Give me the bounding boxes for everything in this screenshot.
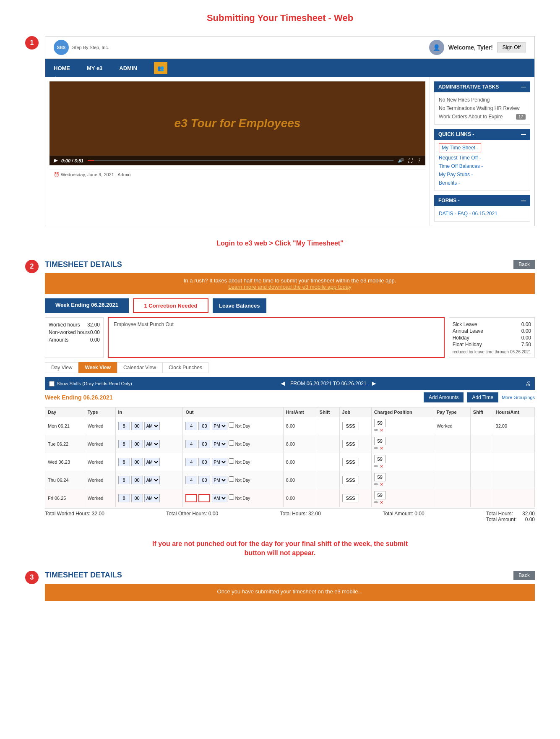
job-input[interactable] — [342, 440, 359, 448]
leave-balances-button[interactable]: Leave Balances — [213, 298, 266, 313]
delete-icon[interactable]: ✕ — [380, 446, 383, 451]
section2: 2 TIMESHEET DETAILS Back In a rush? It t… — [0, 256, 560, 533]
out-period-select[interactable]: PMAM — [212, 422, 227, 430]
non-worked-value: 0.00 — [90, 329, 100, 335]
position-input[interactable] — [374, 491, 386, 499]
position-input[interactable] — [374, 455, 386, 463]
out-min-input[interactable] — [198, 440, 210, 448]
in-period-select[interactable]: AMPM — [144, 422, 160, 430]
quick-link-request-time-off[interactable]: Request Time Off - — [439, 154, 526, 162]
quick-link-pay-stubs[interactable]: My Pay Stubs - — [439, 170, 526, 179]
back-button[interactable]: Back — [513, 260, 535, 269]
back-button-3[interactable]: Back — [513, 571, 535, 580]
more-groupings-link[interactable]: More Groupings — [502, 395, 535, 400]
in-min-input[interactable] — [131, 494, 143, 502]
in-hour-input[interactable] — [118, 476, 130, 484]
prev-week-button[interactable]: ◄ — [279, 380, 286, 387]
edit-icon[interactable]: ✏ — [374, 499, 378, 505]
collapse-icon[interactable]: — — [521, 131, 526, 137]
video-progress[interactable] — [88, 160, 393, 161]
out-min-input[interactable] — [198, 476, 210, 484]
tab-week-view[interactable]: Week View — [78, 362, 117, 373]
in-min-input[interactable] — [131, 440, 143, 448]
next-day-check[interactable] — [229, 494, 234, 500]
quick-link-timesheet[interactable]: My Time Sheet - — [439, 143, 481, 152]
in-period-select[interactable]: AMPM — [144, 494, 160, 502]
job-input[interactable] — [342, 422, 359, 430]
in-hour-input[interactable] — [118, 440, 130, 448]
quick-link-time-off-balances[interactable]: Time Off Balances - — [439, 162, 526, 170]
cell-in: AMPM — [115, 471, 183, 489]
nav-my-e3[interactable]: MY e3 — [78, 60, 111, 76]
in-period-select[interactable]: AMPM — [144, 476, 160, 484]
mobile-app-link[interactable]: Learn more and download the e3 mobile ap… — [228, 284, 351, 290]
right-total-amount-row: Total Amount: 0.00 — [486, 517, 535, 522]
collapse-icon[interactable]: — — [521, 198, 526, 204]
out-min-input[interactable] — [198, 422, 210, 430]
timesheet-table: Day Type In Out Hrs/Amt Shift Job Charge… — [45, 407, 535, 507]
in-min-input[interactable] — [131, 422, 143, 430]
sign-off-button[interactable]: Sign Off — [497, 42, 526, 52]
out-period-select[interactable]: PMAM — [212, 458, 227, 466]
delete-icon[interactable]: ✕ — [380, 464, 383, 469]
in-min-input[interactable] — [131, 458, 143, 466]
out-min-input-missing[interactable] — [198, 494, 210, 502]
job-input[interactable] — [342, 458, 359, 466]
collapse-icon[interactable]: — — [521, 84, 526, 90]
print-icon[interactable]: 🖨 — [525, 380, 531, 387]
delete-icon[interactable]: ✕ — [380, 482, 383, 487]
edit-icon[interactable]: ✏ — [374, 427, 378, 433]
nav-icon-item[interactable]: 👥 — [146, 59, 176, 77]
show-shifts-checkbox[interactable] — [49, 381, 55, 386]
out-hour-input-missing[interactable] — [185, 494, 197, 502]
volume-icon[interactable]: 🔊 — [398, 158, 404, 163]
cell-job — [339, 417, 371, 435]
delete-icon[interactable]: ✕ — [380, 428, 383, 433]
in-min-input[interactable] — [131, 476, 143, 484]
out-hour-input[interactable] — [185, 422, 197, 430]
quick-link-benefits[interactable]: Benefits - — [439, 179, 526, 187]
out-hour-input[interactable] — [185, 476, 197, 484]
next-day-check[interactable] — [229, 458, 234, 464]
edit-icon[interactable]: ✏ — [374, 445, 378, 451]
add-time-button[interactable]: Add Time — [467, 392, 498, 402]
next-day-check[interactable] — [229, 422, 234, 428]
in-period-select[interactable]: AMPM — [144, 440, 160, 448]
out-hour-input[interactable] — [185, 440, 197, 448]
more-icon[interactable]: ⋮ — [417, 158, 421, 163]
job-input[interactable] — [342, 494, 359, 502]
in-period-select[interactable]: AMPM — [144, 458, 160, 466]
next-day-check[interactable] — [229, 476, 234, 482]
edit-icon[interactable]: ✏ — [374, 481, 378, 487]
form-datis[interactable]: DATIS - FAQ - 06.15.2021 — [439, 209, 526, 218]
out-min-input[interactable] — [198, 458, 210, 466]
next-week-button[interactable]: ► — [371, 380, 378, 387]
in-hour-input[interactable] — [118, 494, 130, 502]
tab-day-view[interactable]: Day View — [45, 362, 78, 373]
fullscreen-icon[interactable]: ⛶ — [408, 158, 412, 163]
nav-admin[interactable]: ADMIN — [111, 60, 146, 76]
out-period-select[interactable]: PMAM — [212, 476, 227, 484]
edit-icon[interactable]: ✏ — [374, 463, 378, 469]
nav-home[interactable]: HOME — [45, 60, 78, 76]
in-hour-input[interactable] — [118, 422, 130, 430]
out-period-select[interactable]: AMPM — [212, 494, 227, 502]
week-label-row: Week Ending 06.26.2021 Add Amounts Add T… — [45, 390, 535, 405]
out-period-select[interactable]: PMAM — [212, 440, 227, 448]
position-input[interactable] — [374, 437, 386, 445]
play-icon[interactable]: ▶ — [54, 158, 57, 163]
video-controls[interactable]: ▶ 0:00 / 3:51 🔊 ⛶ ⋮ — [49, 156, 425, 165]
out-hour-input[interactable] — [185, 458, 197, 466]
in-hour-input[interactable] — [118, 458, 130, 466]
show-shifts-toggle[interactable]: Show Shifts (Gray Fields Read Only) — [49, 381, 132, 386]
tab-calendar-view[interactable]: Calendar View — [117, 362, 162, 373]
next-day-check[interactable] — [229, 440, 234, 446]
job-input[interactable] — [342, 476, 359, 484]
cell-out: PMAM Nxt Day — [183, 453, 283, 471]
delete-icon[interactable]: ✕ — [380, 500, 383, 505]
add-amounts-button[interactable]: Add Amounts — [424, 392, 464, 402]
correction-box: 1 Correction Needed — [133, 298, 208, 313]
tab-clock-punches[interactable]: Clock Punches — [162, 362, 208, 373]
position-input[interactable] — [374, 419, 386, 427]
position-input[interactable] — [374, 473, 386, 481]
